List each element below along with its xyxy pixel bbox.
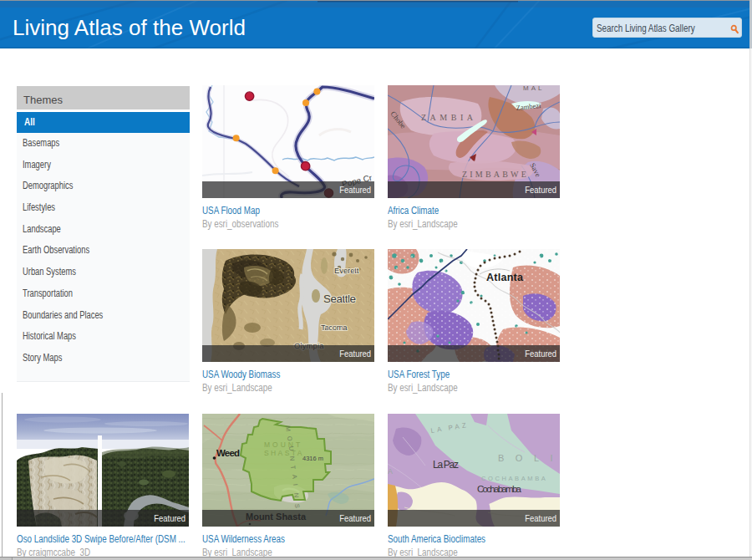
svg-text:Seattle: Seattle: [323, 293, 356, 305]
svg-text:La Paz: La Paz: [433, 459, 459, 471]
svg-text:BOLI: BOLI: [498, 453, 560, 463]
svg-text:O: O: [286, 436, 293, 442]
svg-text:ZAMBIA: ZAMBIA: [421, 113, 476, 122]
svg-text:ZIMBABWE: ZIMBABWE: [462, 170, 529, 179]
svg-text:MAL: MAL: [523, 85, 544, 92]
svg-text:U: U: [287, 446, 295, 451]
svg-text:COCHABAMBA: COCHABAMBA: [481, 475, 547, 482]
svg-text:Tacoma: Tacoma: [321, 323, 348, 332]
svg-text:N: N: [292, 493, 300, 498]
svg-text:Cochabamba: Cochabamba: [477, 484, 522, 494]
svg-text:Weed: Weed: [216, 448, 240, 458]
svg-text:S: S: [293, 504, 301, 509]
svg-text:A: A: [291, 475, 298, 480]
svg-text:M: M: [284, 426, 292, 432]
svg-text:N: N: [288, 456, 296, 461]
svg-text:MOUNT: MOUNT: [264, 440, 302, 449]
svg-text:Atlanta: Atlanta: [486, 272, 524, 283]
svg-text:SHASTA: SHASTA: [264, 449, 304, 457]
svg-text:A: A: [388, 467, 393, 476]
svg-text:4316 m: 4316 m: [302, 455, 323, 462]
svg-text:Everett: Everett: [334, 266, 359, 275]
